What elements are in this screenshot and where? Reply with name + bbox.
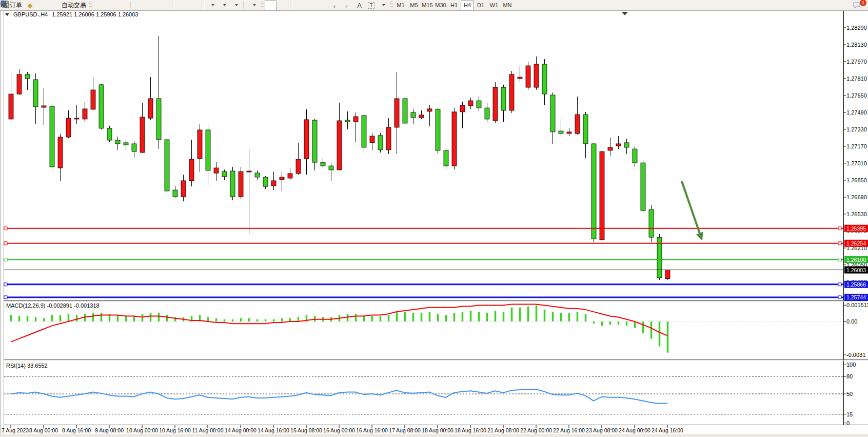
cursor-tool-button[interactable] — [265, 1, 277, 10]
down-arrow-head[interactable] — [696, 232, 703, 241]
line-handle[interactable] — [838, 227, 841, 230]
date-label: 7 Aug 2023 — [2, 427, 29, 433]
auto-scroll-button[interactable] — [176, 1, 188, 10]
candle-body — [91, 90, 95, 109]
line-handle[interactable] — [4, 227, 7, 230]
line-handle[interactable] — [838, 296, 841, 299]
line-handle[interactable] — [838, 242, 841, 245]
new-chart-button[interactable] — [206, 1, 218, 10]
market-watch-button[interactable] — [36, 1, 48, 10]
line-handle[interactable] — [4, 283, 7, 286]
line-handle[interactable] — [838, 258, 841, 261]
autotrade-button[interactable]: 自动交易 — [60, 1, 88, 10]
tile-windows-button[interactable] — [159, 1, 170, 10]
zoom-in-button[interactable] — [135, 1, 147, 10]
bar-chart-button[interactable] — [93, 1, 105, 10]
line-handle[interactable] — [4, 296, 7, 299]
arrows-tool-button[interactable] — [377, 1, 389, 10]
zoom-out-button[interactable] — [147, 1, 159, 10]
trendline-tool-button[interactable] — [318, 1, 330, 10]
chart-stack-button[interactable]: ◆ — [24, 1, 36, 10]
templates-button[interactable] — [248, 1, 260, 10]
line-chart-button[interactable] — [117, 1, 129, 10]
price-tick-label: 1.25890 — [846, 279, 867, 285]
candle-body — [66, 118, 71, 137]
chart-shift-marker[interactable] — [622, 12, 628, 15]
date-label: 10 Aug 16:00 — [159, 427, 191, 433]
signals-button[interactable] — [48, 1, 60, 10]
channel-tool-button[interactable]: E — [330, 1, 342, 10]
price-tick-label: 1.26530 — [846, 211, 867, 217]
candle-body — [509, 74, 514, 110]
candle-body — [74, 118, 79, 119]
line-handle[interactable] — [4, 242, 7, 245]
candle-body — [468, 101, 473, 106]
timeframe-w1-button[interactable]: W1 — [487, 1, 501, 10]
candle-body — [17, 74, 22, 94]
vline-tool-button[interactable] — [294, 1, 306, 10]
timeframe-d1-button[interactable]: D1 — [474, 1, 487, 10]
candle-body — [263, 177, 268, 186]
candle-body — [436, 109, 440, 150]
fibonacci-tool-button[interactable]: F — [342, 1, 353, 10]
crosshair-tool-button[interactable] — [277, 1, 288, 10]
candle-body — [189, 159, 194, 181]
text-label-tool-button[interactable]: T — [365, 1, 377, 10]
fibo-tag: F — [346, 5, 348, 9]
rsi-panel-label: RSI(14) 33.6552 — [6, 363, 48, 369]
line-handle[interactable] — [838, 283, 841, 286]
search-button[interactable] — [837, 1, 849, 10]
candle-body — [526, 66, 530, 87]
new-order-button[interactable]: 新订单 — [2, 1, 24, 10]
timeframe-m15-button[interactable]: M15 — [421, 1, 434, 10]
rsi-line — [11, 389, 667, 404]
timeframe-h1-button[interactable]: H1 — [447, 1, 461, 10]
date-label: 24 Aug 16:00 — [652, 427, 683, 433]
notifications-button[interactable]: 1 — [852, 1, 864, 10]
candle-body — [485, 108, 489, 119]
label-tool-icon: T — [368, 2, 374, 9]
hline-tool-button[interactable] — [306, 1, 318, 10]
chart-symbol-timeframe: GBPUSD-,H4 — [13, 11, 48, 17]
indicators-button[interactable] — [230, 1, 242, 10]
candle-body — [230, 171, 235, 197]
indicators-caret-icon — [235, 4, 238, 6]
toolbar-separator — [290, 1, 293, 9]
toolbar-grip — [390, 2, 393, 9]
candle-body — [403, 99, 407, 123]
candle-body — [9, 94, 13, 119]
text-tool-button[interactable]: A — [353, 1, 365, 10]
line-price-label-box — [844, 294, 868, 301]
date-label: 9 Aug 08:00 — [95, 427, 124, 433]
chart-canvas[interactable]: 1.282901.281301.279701.278101.276501.274… — [0, 0, 868, 437]
candle-body — [329, 166, 333, 170]
timeframe-m30-button[interactable]: M30 — [434, 1, 447, 10]
date-label: 10 Aug 00:00 — [126, 427, 158, 433]
line-price-label: 1.26395 — [846, 225, 866, 232]
macd-tick-label: -0.0031 — [846, 352, 865, 358]
line-handle[interactable] — [4, 258, 7, 261]
symbol-dropdown-icon[interactable] — [5, 13, 9, 16]
candle-body — [181, 181, 186, 197]
timeframe-m1-button[interactable]: M1 — [394, 1, 407, 10]
price-tick-label: 1.26050 — [846, 262, 867, 268]
price-tick-label: 1.26210 — [846, 245, 867, 251]
timeframe-mn-button[interactable]: MN — [501, 1, 514, 10]
timeframe-h4-button[interactable]: H4 — [461, 1, 474, 10]
autotrade-label: 自动交易 — [62, 1, 86, 10]
candle-body — [559, 131, 563, 134]
candle-body — [550, 95, 555, 132]
price-tick-label: 1.26370 — [846, 228, 867, 234]
candle-body — [518, 77, 522, 79]
price-tick-label: 1.27490 — [846, 109, 867, 116]
window-bottom-edge — [0, 434, 868, 437]
date-label: 21 Aug 08:00 — [487, 427, 519, 433]
candle-chart-button[interactable] — [105, 1, 117, 10]
timeframe-m5-button[interactable]: M5 — [407, 1, 421, 10]
candle-body — [239, 172, 243, 197]
new-chart-caret-icon — [211, 4, 214, 6]
down-arrow-annotation[interactable] — [682, 181, 700, 233]
chart-shift-button[interactable] — [188, 1, 200, 10]
price-tick-label: 1.27330 — [846, 126, 867, 132]
period-button[interactable] — [218, 1, 230, 10]
